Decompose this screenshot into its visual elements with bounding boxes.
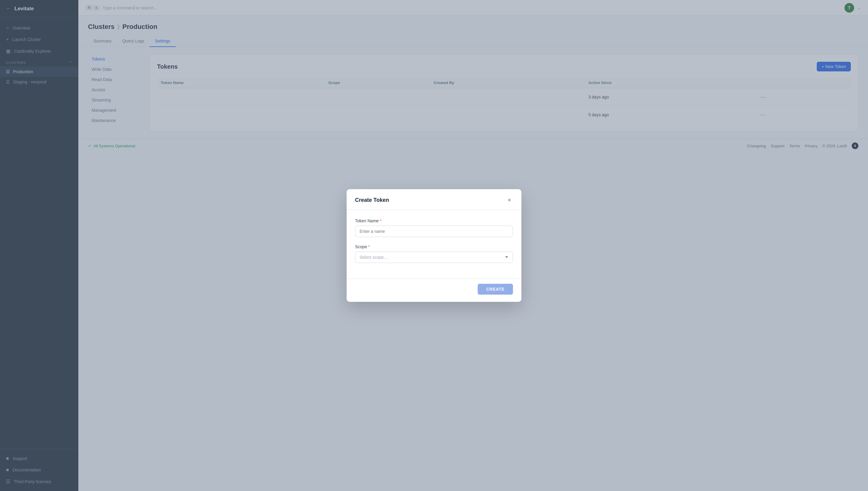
token-name-group: Token Name * (355, 219, 513, 237)
modal-title: Create Token (355, 197, 389, 203)
modal-overlay[interactable]: Create Token × Token Name * Scope * Sele… (0, 0, 868, 491)
required-indicator: * (368, 244, 370, 249)
scope-label: Scope * (355, 244, 513, 249)
scope-select[interactable]: Select scope... Full Access Read Only Wr… (355, 252, 513, 263)
modal-body: Token Name * Scope * Select scope... Ful… (346, 210, 522, 279)
token-name-label: Token Name * (355, 219, 513, 223)
required-indicator: * (380, 219, 382, 223)
modal-header: Create Token × (346, 189, 522, 210)
scope-group: Scope * Select scope... Full Access Read… (355, 244, 513, 263)
token-name-input[interactable] (355, 226, 513, 237)
create-token-modal: Create Token × Token Name * Scope * Sele… (346, 189, 522, 302)
modal-footer: CREATE (346, 279, 522, 302)
create-button[interactable]: CREATE (478, 284, 513, 295)
close-button[interactable]: × (506, 196, 513, 204)
